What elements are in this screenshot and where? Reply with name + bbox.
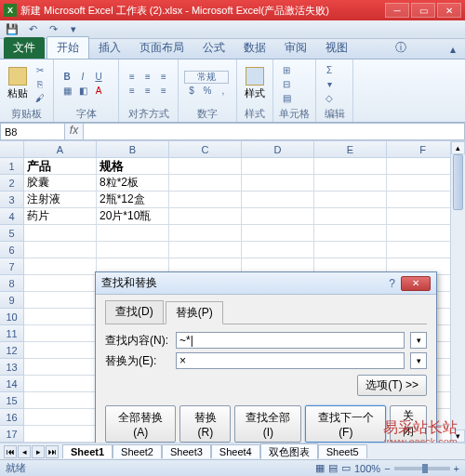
cell[interactable]: [387, 158, 459, 175]
align-center-icon[interactable]: ≡: [140, 85, 155, 98]
row-header[interactable]: 12: [0, 342, 24, 359]
view-layout-icon[interactable]: ▤: [328, 462, 338, 474]
close-button[interactable]: ✕: [437, 3, 461, 18]
sheet-nav-last-icon[interactable]: ⏭: [46, 445, 59, 458]
cell[interactable]: [242, 175, 314, 192]
align-right-icon[interactable]: ≡: [156, 85, 171, 98]
view-break-icon[interactable]: ▭: [341, 462, 351, 474]
sheet-nav-first-icon[interactable]: ⏮: [4, 445, 17, 458]
vertical-scrollbar[interactable]: ▴ ▾: [450, 141, 465, 443]
row-header[interactable]: 10: [0, 309, 24, 325]
cell[interactable]: 8粒*2板: [97, 175, 169, 192]
row-header[interactable]: 13: [0, 359, 24, 376]
formula-input[interactable]: [84, 123, 465, 140]
sheet-tab[interactable]: Sheet2: [113, 444, 162, 458]
format-painter-icon[interactable]: 🖌: [33, 91, 47, 104]
cell[interactable]: [24, 258, 97, 275]
tab-view[interactable]: 视图: [316, 37, 357, 59]
tab-insert[interactable]: 插入: [89, 37, 130, 59]
col-header[interactable]: E: [314, 141, 387, 158]
cell[interactable]: [169, 242, 242, 258]
currency-icon[interactable]: $: [184, 85, 199, 98]
row-header[interactable]: 7: [0, 258, 24, 275]
find-all-button[interactable]: 查找全部(I): [234, 405, 301, 443]
cell[interactable]: 药片: [24, 208, 97, 225]
cut-icon[interactable]: ✂: [33, 63, 47, 76]
cell[interactable]: [97, 242, 169, 258]
row-header[interactable]: 8: [0, 275, 24, 292]
cell[interactable]: [24, 309, 97, 325]
clear-icon[interactable]: ◇: [322, 91, 337, 104]
sheet-tab[interactable]: Sheet1: [62, 444, 113, 458]
cell[interactable]: [242, 242, 314, 258]
replace-dropdown-icon[interactable]: ▾: [410, 352, 427, 369]
tab-file[interactable]: 文件: [4, 37, 45, 59]
delete-cell-icon[interactable]: ⊟: [279, 77, 294, 90]
options-button[interactable]: 选项(T) >>: [357, 375, 427, 396]
scroll-thumb[interactable]: [453, 154, 463, 210]
col-header[interactable]: C: [169, 141, 242, 158]
cell[interactable]: [314, 158, 387, 175]
tab-review[interactable]: 审阅: [275, 37, 316, 59]
view-normal-icon[interactable]: ▦: [315, 462, 325, 474]
sheet-nav-prev-icon[interactable]: ◂: [18, 445, 31, 458]
cell[interactable]: [169, 175, 242, 192]
fill-color-icon[interactable]: ◧: [75, 85, 90, 98]
row-header[interactable]: 15: [0, 392, 24, 409]
cell[interactable]: [314, 192, 387, 208]
cell[interactable]: [314, 242, 387, 258]
sheet-tab[interactable]: Sheet3: [162, 444, 211, 458]
tab-home[interactable]: 开始: [46, 36, 89, 59]
cell[interactable]: [314, 175, 387, 192]
ribbon-minimize-icon[interactable]: ▴: [445, 40, 461, 59]
cell[interactable]: 20片*10瓶: [97, 208, 169, 225]
cell[interactable]: [24, 359, 97, 376]
col-header[interactable]: D: [242, 141, 314, 158]
cell[interactable]: 规格: [97, 158, 169, 175]
find-input[interactable]: [176, 332, 405, 349]
replace-all-button[interactable]: 全部替换(A): [105, 405, 176, 443]
cell[interactable]: [242, 208, 314, 225]
cell[interactable]: [97, 225, 169, 242]
copy-icon[interactable]: ⎘: [33, 77, 47, 90]
underline-icon[interactable]: U: [91, 71, 106, 84]
row-header[interactable]: 1: [0, 158, 24, 175]
undo-icon[interactable]: ↶: [24, 22, 41, 37]
redo-icon[interactable]: ↷: [45, 22, 61, 37]
replace-input[interactable]: [176, 352, 405, 369]
cell[interactable]: [387, 225, 459, 242]
paste-button[interactable]: 粘贴: [6, 65, 30, 102]
cell[interactable]: [387, 192, 459, 208]
zoom-slider[interactable]: [394, 467, 450, 470]
close-button[interactable]: 关闭: [390, 405, 427, 443]
insert-cell-icon[interactable]: ⊞: [279, 63, 294, 76]
row-header[interactable]: 6: [0, 242, 24, 258]
tab-formulas[interactable]: 公式: [193, 37, 234, 59]
number-format-select[interactable]: 常规: [184, 71, 229, 84]
tab-find[interactable]: 查找(D): [105, 300, 164, 324]
cell[interactable]: [24, 342, 97, 359]
cell[interactable]: [24, 426, 97, 443]
format-cell-icon[interactable]: ▤: [279, 91, 294, 104]
col-header[interactable]: F: [387, 141, 459, 158]
fill-icon[interactable]: ▾: [322, 77, 337, 90]
minimize-button[interactable]: ─: [385, 3, 409, 18]
scroll-down-icon[interactable]: ▾: [451, 430, 465, 443]
font-color-icon[interactable]: A: [91, 85, 106, 98]
tab-replace[interactable]: 替换(P): [166, 301, 223, 324]
maximize-button[interactable]: ▭: [411, 3, 435, 18]
qat-dropdown-icon[interactable]: ▾: [65, 22, 82, 37]
row-header[interactable]: 2: [0, 175, 24, 192]
sheet-tab[interactable]: Sheet4: [211, 444, 260, 458]
zoom-in-icon[interactable]: +: [454, 463, 459, 474]
cell[interactable]: [387, 208, 459, 225]
cell[interactable]: [242, 158, 314, 175]
cell[interactable]: [24, 325, 97, 342]
cell[interactable]: [24, 409, 97, 426]
cell[interactable]: [169, 158, 242, 175]
cell[interactable]: 胶囊: [24, 175, 97, 192]
col-header[interactable]: B: [97, 141, 169, 158]
save-icon[interactable]: 💾: [4, 22, 20, 37]
row-header[interactable]: 11: [0, 325, 24, 342]
border-icon[interactable]: ▦: [60, 85, 74, 98]
